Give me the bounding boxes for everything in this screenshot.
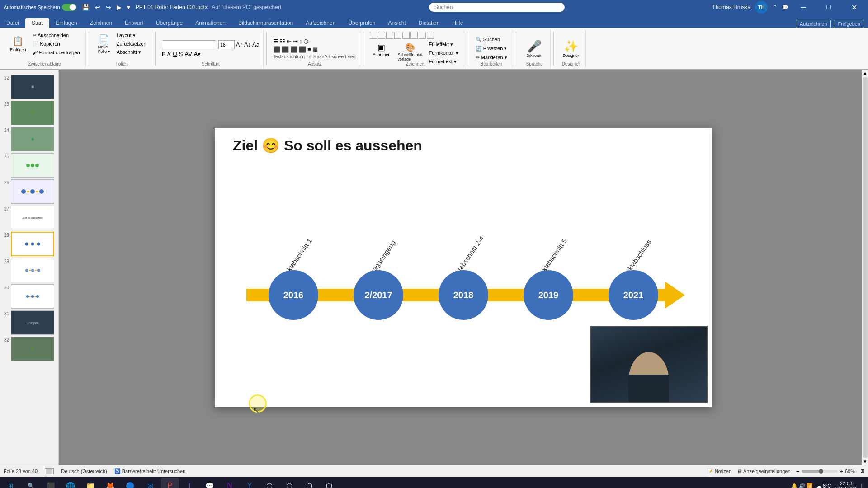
clock[interactable]: 22:03 16.03.2026 <box>835 481 857 488</box>
slide-thumb-25[interactable] <box>11 153 54 178</box>
display-settings-btn[interactable]: 🖥 Anzeigeeinstellungen <box>737 469 791 474</box>
shape-btn[interactable] <box>378 32 385 39</box>
taskview-btn[interactable]: ⬛ <box>42 478 60 488</box>
show-desktop-btn[interactable]: | <box>861 483 863 488</box>
font-size-input[interactable] <box>218 40 235 49</box>
text-dir-btn[interactable]: ↕ <box>299 38 302 45</box>
slide-thumb-31[interactable]: Gruppen <box>11 310 54 335</box>
zoom-in-btn[interactable]: + <box>840 468 843 475</box>
language-label[interactable]: Deutsch (Österreich) <box>61 469 107 474</box>
zoom-handle[interactable] <box>819 469 823 474</box>
shape-btn[interactable] <box>419 32 426 39</box>
anordnen-btn[interactable]: ▣ Anordnen <box>370 41 393 66</box>
close-btn[interactable]: ✕ <box>844 0 864 14</box>
scroll-up-btn[interactable]: ▲ <box>863 71 868 75</box>
einfügen-btn[interactable]: 📋 Einfügen <box>7 34 29 54</box>
shape-btn[interactable] <box>410 32 418 39</box>
slide-thumb-23[interactable]: 🌿 <box>11 101 54 125</box>
markieren-btn[interactable]: ✏ Markieren ▾ <box>474 54 509 61</box>
onenote-btn[interactable]: N <box>221 478 239 488</box>
tab-animationen[interactable]: Animationen <box>189 18 232 28</box>
app1-btn[interactable]: ⬡ <box>260 478 278 488</box>
autosave-toggle[interactable]: Automatisches Speichern <box>4 4 76 11</box>
slide-thumb-24[interactable]: 🌲 <box>11 127 54 151</box>
firefox-btn[interactable]: 🦊 <box>101 478 119 488</box>
zurücksetzen-btn[interactable]: Zurücksetzen <box>115 40 148 47</box>
chrome-btn[interactable]: 🔵 <box>121 478 139 488</box>
tab-aufzeichnen[interactable]: Aufzeichnen <box>299 18 342 28</box>
kopieren-btn[interactable]: 📄 Kopieren <box>31 40 82 48</box>
slide-item-25[interactable]: 25 <box>2 153 57 178</box>
slide-item-27[interactable]: 27 Ziel es aussehen <box>2 206 57 230</box>
slide-item-31[interactable]: 31 Gruppen <box>2 310 57 335</box>
minimize-btn[interactable]: ─ <box>793 0 814 14</box>
slide-layout-icon[interactable] <box>45 468 54 474</box>
search-taskbar-btn[interactable]: 🔍 <box>22 478 40 488</box>
search-bar[interactable] <box>429 3 565 12</box>
powerpoint-btn[interactable]: P <box>161 478 179 488</box>
slide-thumb-29[interactable] <box>11 258 54 282</box>
yammer-btn[interactable]: Y <box>241 478 259 488</box>
teams-btn[interactable]: T <box>181 478 199 488</box>
explorer-btn[interactable]: 📁 <box>81 478 99 488</box>
notes-btn[interactable]: 📝 Notizen <box>707 468 731 474</box>
feedback-btn[interactable]: 💬 <box>782 5 788 10</box>
indent-dec-btn[interactable]: ⇤ <box>287 38 292 45</box>
app3-btn[interactable]: ⬡ <box>300 478 318 488</box>
slide-thumb-30[interactable] <box>11 284 54 309</box>
zoom-out-btn[interactable]: − <box>796 468 800 475</box>
align-justify-btn[interactable]: ⬛ <box>299 46 306 53</box>
undo-btn[interactable]: ↩ <box>93 3 102 12</box>
designer-btn[interactable]: ✨ Designer <box>560 38 582 60</box>
tab-entwurf[interactable]: Entwurf <box>118 18 150 28</box>
redo-btn[interactable]: ↪ <box>104 3 113 12</box>
slide-thumb-27[interactable]: Ziel es aussehen <box>11 206 54 230</box>
increase-font-btn[interactable]: A↑ <box>236 41 243 48</box>
suchen-btn[interactable]: 🔍 Suchen <box>474 36 509 43</box>
slide-panel[interactable]: 22 ▣ 23 🌿 24 🌲 25 <box>0 70 59 465</box>
slide-canvas[interactable]: Ziel 😊 So soll es aussehen Projektabschn… <box>59 70 868 465</box>
present-btn[interactable]: ▶ <box>115 3 123 12</box>
scroll-thumb[interactable] <box>863 77 868 458</box>
slide-thumb-32[interactable]: 🌿 <box>11 337 54 361</box>
shape-btn[interactable] <box>370 32 377 39</box>
skype-btn[interactable]: 💬 <box>201 478 219 488</box>
slide-item-26[interactable]: 26 <box>2 179 57 204</box>
smartart-btn[interactable]: ⬡ <box>303 38 308 45</box>
format-btn[interactable]: 🖌 Format übertragen <box>31 49 82 56</box>
tab-start[interactable]: Start <box>25 18 49 28</box>
zoom-slider[interactable] <box>802 470 838 473</box>
strikethrough-btn[interactable]: S <box>179 51 183 57</box>
tab-hilfe[interactable]: Hilfe <box>446 18 469 28</box>
tab-datei[interactable]: Datei <box>0 18 25 28</box>
slide-item-22[interactable]: 22 ▣ <box>2 75 57 99</box>
record-btn[interactable]: Aufzeichnen <box>796 20 831 28</box>
tab-bildschirm[interactable]: Bildschirmpräsentation <box>232 18 299 28</box>
formkontur-btn[interactable]: Formkontur ▾ <box>427 49 460 57</box>
shape-btn[interactable] <box>427 32 434 39</box>
app4-btn[interactable]: ⬡ <box>320 478 338 488</box>
outlook-btn[interactable]: ✉ <box>141 478 159 488</box>
autosave-switch[interactable] <box>62 4 76 11</box>
fontcolor-btn[interactable]: A▾ <box>194 51 201 57</box>
spacing-btn[interactable]: AV <box>184 51 192 57</box>
fit-slide-btn[interactable]: ⊞ <box>860 468 864 474</box>
tab-einfügen[interactable]: Einfügen <box>49 18 83 28</box>
formeffekt-btn[interactable]: Formeffekt ▾ <box>427 58 460 66</box>
ersetzen-btn[interactable]: 🔄 Ersetzen ▾ <box>474 45 509 52</box>
scroll-down-btn[interactable]: ▼ <box>863 460 868 464</box>
neue-folie-btn[interactable]: 📄 NeueFolie ▾ <box>95 32 113 56</box>
decrease-font-btn[interactable]: A↓ <box>244 41 251 48</box>
slide-thumb-22[interactable]: ▣ <box>11 75 54 99</box>
align-center-btn[interactable]: ⬛ <box>282 46 289 53</box>
vertical-scrollbar[interactable]: ▲ ▼ <box>862 70 868 465</box>
tab-zeichnen[interactable]: Zeichnen <box>84 18 118 28</box>
slide-thumb-26[interactable] <box>11 179 54 204</box>
more-btn[interactable]: ▾ <box>125 3 132 12</box>
diktieren-btn[interactable]: 🎤 Diktieren <box>524 38 546 60</box>
share-btn[interactable]: Freigeben <box>834 20 864 28</box>
maximize-btn[interactable]: □ <box>818 0 839 14</box>
tab-überprüfen[interactable]: Überprüfen <box>342 18 382 28</box>
num-list-btn[interactable]: ☷ <box>280 38 285 45</box>
font-name-input[interactable] <box>162 40 216 49</box>
